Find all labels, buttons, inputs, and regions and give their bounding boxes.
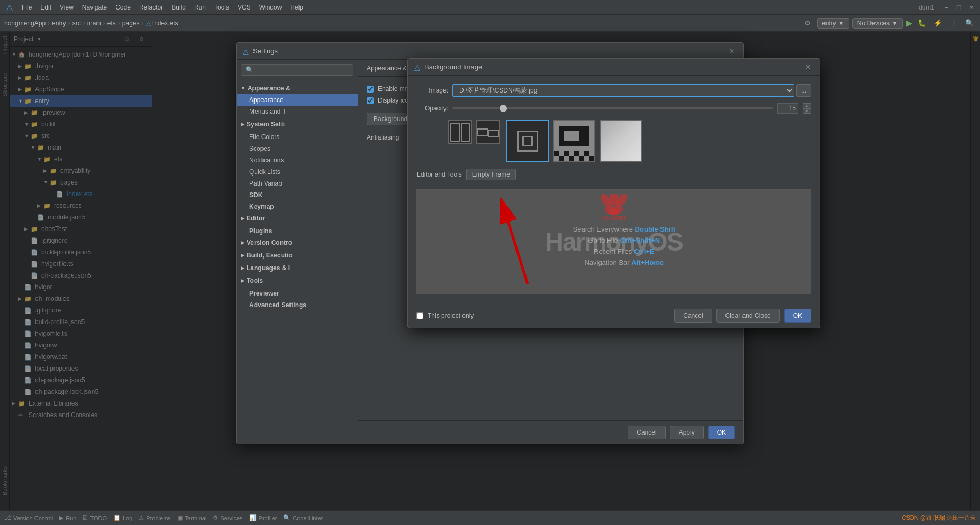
log-status[interactable]: 📋 Log (113, 514, 132, 521)
menu-window[interactable]: Window (256, 2, 286, 13)
no-devices-dropdown-icon: ▼ (892, 20, 898, 27)
shortcut-key-2: Ctrl+Shift+N (620, 236, 660, 244)
this-project-row: This project only (416, 312, 474, 319)
terminal-status[interactable]: ▣ Terminal (177, 514, 207, 521)
build-header[interactable]: ▶ Build, Executio (237, 250, 358, 261)
profile-icon-button[interactable]: ⚡ (931, 17, 944, 30)
menu-run[interactable]: Run (190, 2, 210, 13)
image-path-select[interactable]: D:\图片管理\CSDN\鸿蒙.jpg (452, 84, 794, 97)
menu-build[interactable]: Build (168, 2, 189, 13)
breadcrumb-indexets[interactable]: △ Index.ets (146, 20, 178, 27)
menu-tools[interactable]: Tools (211, 2, 233, 13)
opacity-value-input[interactable] (777, 103, 798, 114)
display-icons-checkbox[interactable] (367, 97, 374, 104)
bg-dialog-title-text: Background Image (424, 63, 798, 71)
breadcrumb-src[interactable]: src (72, 20, 81, 27)
menu-code[interactable]: Code (112, 2, 134, 13)
code-linter-status[interactable]: 🔍 Code Linter (283, 514, 323, 521)
bg-dialog-close-button[interactable]: × (803, 62, 813, 72)
nav-menus[interactable]: Menus and T (237, 106, 358, 117)
settings-cancel-button[interactable]: Cancel (628, 426, 665, 439)
shortcut-key-3: Ctrl+E (634, 247, 655, 255)
nav-notifications[interactable]: Notifications (237, 154, 358, 166)
languages-header[interactable]: ▶ Languages & I (237, 262, 358, 274)
more-icon-button[interactable]: ⋮ (947, 17, 960, 30)
nav-quick-lists[interactable]: Quick Lists (237, 166, 358, 178)
maximize-button[interactable]: □ (955, 3, 963, 12)
version-control-status[interactable]: ⎇ Version Control (4, 514, 53, 521)
opacity-up-button[interactable]: ▲ (803, 103, 811, 108)
no-devices-selector[interactable]: No Devices ▼ (852, 18, 903, 29)
nav-plugins[interactable]: Plugins (237, 225, 358, 237)
preview-large-option-2[interactable] (553, 120, 595, 162)
nav-keymap[interactable]: Keymap (237, 201, 358, 213)
system-settings-section: ▶ System Setti (237, 118, 358, 130)
breadcrumb-hongmeng[interactable]: hongmengApp (4, 20, 46, 27)
enable-mnemonics-checkbox[interactable] (367, 86, 374, 93)
image-form-row: Image: D:\图片管理\CSDN\鸿蒙.jpg ... (416, 84, 811, 97)
breadcrumb-pages[interactable]: pages (122, 20, 140, 27)
nav-sdk[interactable]: SDK (237, 189, 358, 201)
empty-frame-button[interactable]: Empty Frame (466, 169, 516, 180)
services-status[interactable]: ⚙ Services (213, 514, 242, 521)
menu-view[interactable]: View (56, 2, 77, 13)
nav-scopes[interactable]: Scopes (237, 143, 358, 154)
settings-ok-button[interactable]: OK (708, 426, 735, 439)
small-preview-options (448, 120, 500, 144)
todo-label: TODO (90, 515, 107, 521)
bg-preview-area: HUAWEI HarmonyOS Search Everywhere Doubl… (416, 189, 811, 294)
sep1: › (48, 20, 50, 27)
nav-previewer[interactable]: Previewer (237, 288, 358, 299)
settings-close-button[interactable]: × (727, 46, 737, 57)
bg-cancel-button[interactable]: Cancel (674, 309, 712, 323)
settings-search-input[interactable] (241, 64, 353, 76)
search-everywhere-button[interactable]: 🔍 (963, 17, 976, 30)
bg-ok-button[interactable]: OK (784, 309, 811, 323)
settings-icon-button[interactable]: ⚙ (801, 17, 814, 30)
menu-vcs[interactable]: VCS (234, 2, 255, 13)
debug-icon-button[interactable]: 🐛 (915, 17, 928, 30)
breadcrumb-main[interactable]: main (87, 20, 101, 27)
nav-file-colors[interactable]: File Colors (237, 131, 358, 143)
opacity-slider[interactable] (452, 107, 773, 109)
appearance-behavior-header[interactable]: ▼ Appearance & (237, 82, 358, 94)
section-arrow: ▶ (241, 278, 244, 283)
browse-button[interactable]: ... (796, 84, 811, 97)
version-control-header[interactable]: ▶ Version Contro (237, 237, 358, 248)
bg-clear-close-button[interactable]: Clear and Close (716, 309, 780, 323)
this-project-only-checkbox[interactable] (416, 312, 423, 319)
menu-navigate[interactable]: Navigate (78, 2, 111, 13)
menu-help[interactable]: Help (286, 2, 307, 13)
preview-option-1[interactable] (448, 120, 472, 144)
menu-refactor[interactable]: Refactor (135, 2, 167, 13)
bg-dialog-title-bar: △ Background Image × (408, 59, 820, 76)
tools-header[interactable]: ▶ Tools (237, 275, 358, 287)
preview-large-option-3[interactable] (600, 120, 642, 162)
settings-title-bar: △ Settings × (237, 43, 743, 60)
system-settings-header[interactable]: ▶ System Setti (237, 118, 358, 130)
todo-status[interactable]: ☑ TODO (83, 514, 107, 521)
svg-line-6 (501, 199, 528, 284)
opacity-down-button[interactable]: ▼ (803, 108, 811, 114)
minimize-button[interactable]: − (942, 3, 950, 12)
profiler-status[interactable]: 📊 Profiler (249, 514, 277, 521)
services-icon: ⚙ (213, 514, 218, 521)
nav-appearance[interactable]: Appearance (237, 94, 358, 106)
preview-large-option-1[interactable] (506, 120, 549, 162)
settings-apply-button[interactable]: Apply (670, 426, 704, 439)
problems-status[interactable]: ⚠ Problems (139, 514, 170, 521)
run-status[interactable]: ▶ Run (59, 514, 76, 521)
menu-edit[interactable]: Edit (37, 2, 55, 13)
menu-bar: △ File Edit View Navigate Code Refactor … (0, 0, 980, 15)
nav-advanced[interactable]: Advanced Settings (237, 299, 358, 311)
menu-file[interactable]: File (18, 2, 35, 13)
nav-path-variables[interactable]: Path Variab (237, 178, 358, 189)
editor-header[interactable]: ▶ Editor (237, 213, 358, 224)
entry-selector[interactable]: entry ▼ (817, 18, 849, 29)
breadcrumb-entry[interactable]: entry (52, 20, 66, 27)
run-button[interactable]: ▶ (906, 18, 912, 28)
close-window-button[interactable]: × (967, 3, 976, 12)
editor-tools-row: Editor and Tools Empty Frame (416, 169, 811, 180)
preview-option-2[interactable] (476, 120, 500, 144)
breadcrumb-ets[interactable]: ets (107, 20, 116, 27)
